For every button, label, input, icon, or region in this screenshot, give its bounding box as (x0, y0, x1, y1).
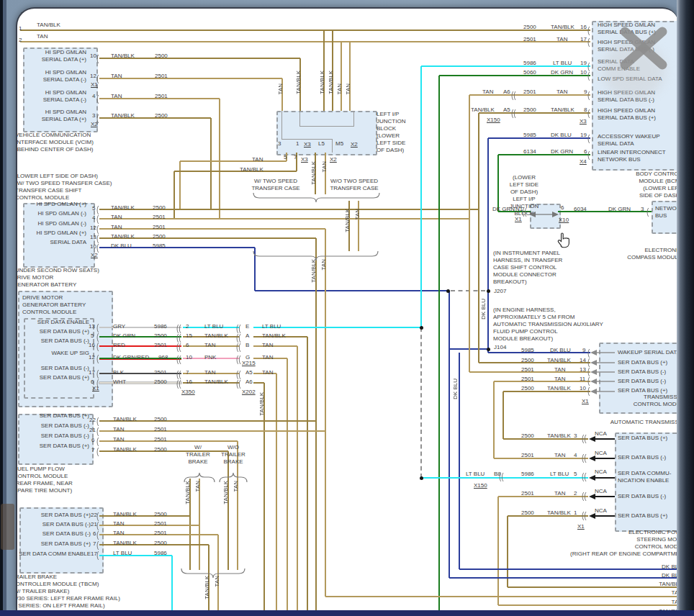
label: RED (113, 342, 125, 349)
label: DRIVE MOTOR GENERATOR BATTERY CONTROL MO… (22, 294, 86, 316)
label: TAN (113, 520, 124, 527)
label: TAN (336, 83, 343, 94)
label: 2500 (154, 416, 167, 423)
label: HI SPD GMLAN SERIAL DATA (-) (29, 89, 86, 104)
label: A (245, 332, 249, 340)
label: 2501 (154, 426, 167, 433)
label: (( (236, 378, 241, 389)
junction-dot (487, 289, 490, 293)
label: ( (587, 385, 590, 397)
wire (325, 229, 326, 597)
label: 19 (580, 132, 587, 139)
wire (210, 118, 212, 209)
label: TAN/BLK (547, 509, 571, 517)
label: W/O TRAILER BRAKE (218, 444, 248, 466)
wire (20, 41, 590, 42)
label: TAN/BLK (113, 446, 137, 453)
label: TAN (194, 481, 202, 492)
arrowhead-left (590, 350, 597, 355)
arrowhead-left (590, 379, 597, 384)
wire (253, 345, 297, 347)
label: 2500 (154, 511, 167, 518)
wire (99, 382, 181, 384)
label: 2501 (153, 224, 166, 231)
label: SER DATA BUS (-) (19, 521, 91, 528)
label: WAKE UP SIG (21, 350, 89, 357)
label: 2501 (155, 73, 168, 80)
label: 2500 (523, 24, 536, 31)
wire (488, 137, 590, 139)
label: 2500 (154, 540, 167, 547)
label: 2501 (523, 89, 536, 96)
label: 2501 (154, 436, 167, 443)
label: 5986 (521, 471, 534, 478)
label: HI SPD GMLAN (+) (23, 230, 86, 237)
label: 12 (89, 354, 95, 361)
label: 5985 (153, 243, 166, 250)
label: LT BLU (204, 323, 223, 330)
wire (99, 345, 181, 347)
wire (451, 290, 485, 291)
label: TAN/BLK (295, 71, 302, 94)
arrowhead-left (590, 369, 597, 375)
label: ELECTRONIC COMPASS MODULE (581, 247, 678, 261)
label: SER DATA BUS (-) (618, 378, 666, 385)
label: TAN (638, 599, 678, 606)
label: TAN (252, 156, 263, 163)
label: 14 (580, 357, 586, 364)
label: TAN/BLK (547, 432, 571, 440)
label: DK GRN (113, 332, 135, 340)
label: ( (96, 73, 99, 84)
label: 10 (90, 243, 96, 250)
label: (( (582, 432, 587, 444)
label: HI SPD GMLAN (-) (23, 210, 86, 217)
label: TAN/BLK (111, 204, 135, 212)
cursor-pointer (558, 233, 569, 248)
label: TAN/BLK (111, 112, 135, 119)
label: 2501 (521, 366, 534, 373)
label: X2 (330, 156, 337, 163)
wire (307, 337, 308, 612)
label: 2500 (155, 53, 168, 60)
label: 2501 (154, 369, 167, 376)
label: 968 (158, 354, 168, 361)
label: ( (587, 70, 590, 81)
label: A6 (245, 379, 253, 386)
wire (353, 111, 354, 127)
label: TAN/BLK (240, 166, 263, 173)
label: TAN (111, 214, 122, 221)
label: TAN/BLK (113, 511, 137, 518)
label: (UNDER SECOND ROW SEATS) DRIVE MOTOR GEN… (16, 267, 99, 289)
label: X150 (487, 117, 500, 124)
junction-dot (487, 348, 490, 351)
label: M5 (335, 140, 343, 148)
label: L5 (318, 140, 325, 148)
window-right-edge (677, 0, 694, 616)
label: 5 (92, 205, 95, 212)
label: 10 (580, 385, 586, 392)
wire (497, 155, 499, 212)
label: 6 (91, 437, 94, 444)
label: 15 (186, 332, 192, 340)
label: 2501 (155, 93, 168, 100)
label: SER DATA BUS (-) (23, 432, 89, 440)
label: TAN (345, 83, 352, 94)
label: 9 (582, 347, 585, 354)
label: LEFT I/P JUNCTION BLOCK (LOWER LEFT SIDE… (377, 111, 405, 154)
label: SER DATA BUS (-) (21, 365, 89, 372)
label: ( (96, 93, 99, 104)
wire (276, 373, 277, 612)
label: (( (236, 341, 241, 353)
arrowhead-left (590, 360, 597, 366)
label: 4 (92, 93, 95, 100)
label: ( (96, 112, 99, 124)
label: X4 (580, 158, 587, 166)
label: 2500 (153, 233, 166, 240)
label: TAN (37, 33, 48, 40)
wire (494, 381, 590, 382)
desktop-artifact (1, 504, 14, 550)
label: 2501 (154, 342, 167, 349)
wire (174, 171, 175, 219)
label: 5985 (521, 347, 534, 354)
wire (99, 78, 282, 79)
